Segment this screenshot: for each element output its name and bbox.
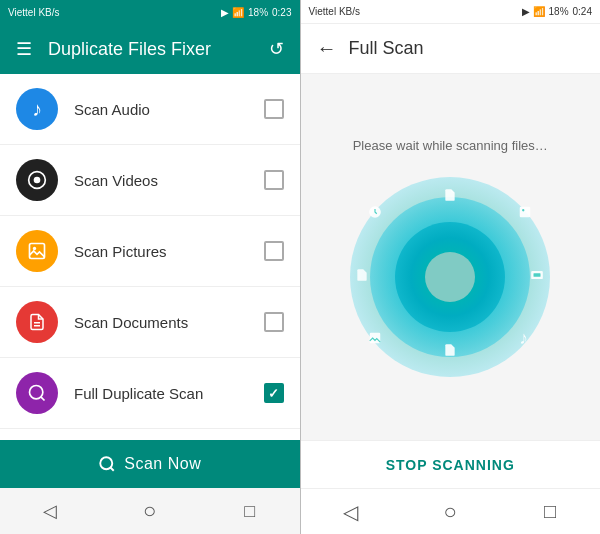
video-icon [16, 159, 58, 201]
carrier-left: Viettel KB/s [8, 7, 60, 18]
status-right-info: ▶ 📶 18% 0:23 [221, 7, 291, 18]
svg-rect-2 [30, 244, 45, 259]
battery-right: 18% [549, 6, 569, 17]
nav-back-left[interactable] [30, 491, 70, 531]
svg-point-3 [33, 247, 36, 250]
float-file-icon-1 [443, 187, 457, 207]
status-left-info: Viettel KB/s [8, 7, 60, 18]
full-scan-title: Full Scan [349, 38, 424, 59]
float-music-icon: ♪ [519, 328, 528, 349]
svg-rect-8 [520, 206, 531, 217]
refresh-icon[interactable]: ↺ [269, 38, 284, 60]
nav-bar-left [0, 488, 300, 534]
back-arrow-icon[interactable]: ← [317, 37, 337, 60]
left-panel: Viettel KB/s ▶ 📶 18% 0:23 ☰ Duplicate Fi… [0, 0, 300, 534]
svg-rect-11 [534, 273, 541, 277]
svg-point-9 [522, 209, 524, 211]
nav-back-right[interactable]: ◁ [330, 492, 370, 532]
scan-item-full[interactable]: Full Duplicate Scan [0, 358, 300, 429]
center-circle [425, 252, 475, 302]
app-header: ☰ Duplicate Files Fixer ↺ [0, 24, 300, 74]
nav-home-left[interactable] [130, 491, 170, 531]
pictures-icon [16, 230, 58, 272]
status-right-right: ▶ 📶 18% 0:24 [522, 6, 592, 17]
scan-videos-label: Scan Videos [74, 172, 264, 189]
svg-point-7 [101, 457, 113, 469]
search-icon [98, 455, 116, 473]
signal-left: ▶ 📶 [221, 7, 244, 18]
float-file-icon-5 [443, 342, 457, 362]
nav-home-right[interactable]: ○ [430, 492, 470, 532]
stop-scanning-button[interactable]: STOP SCANNING [301, 440, 601, 488]
app-title: Duplicate Files Fixer [48, 39, 253, 60]
float-image-icon [368, 331, 382, 349]
svg-point-6 [30, 386, 43, 399]
audio-checkbox[interactable] [264, 99, 284, 119]
scan-list: ♪ Scan Audio Scan Videos Sc [0, 74, 300, 440]
scan-header: ← Full Scan [301, 24, 601, 74]
signal-right: ▶ 📶 [522, 6, 545, 17]
scan-item-pictures[interactable]: Scan Pictures [0, 216, 300, 287]
status-bar-right: Viettel KB/s ▶ 📶 18% 0:24 [301, 0, 601, 24]
float-file-icon-3 [529, 268, 545, 286]
scan-item-documents[interactable]: Scan Documents [0, 287, 300, 358]
videos-checkbox[interactable] [264, 170, 284, 190]
documents-checkbox[interactable] [264, 312, 284, 332]
float-file-icon-7 [355, 267, 369, 287]
nav-recent-right[interactable]: □ [530, 492, 570, 532]
battery-left: 18% [248, 7, 268, 18]
svg-rect-12 [370, 332, 381, 343]
pictures-checkbox[interactable] [264, 241, 284, 261]
scan-documents-label: Scan Documents [74, 314, 264, 331]
scan-pictures-label: Scan Pictures [74, 243, 264, 260]
full-scan-checkbox[interactable] [264, 383, 284, 403]
scan-audio-label: Scan Audio [74, 101, 264, 118]
scan-status-text: Please wait while scanning files… [353, 138, 548, 153]
scan-item-videos[interactable]: Scan Videos [0, 145, 300, 216]
scan-now-label: Scan Now [124, 455, 201, 473]
carrier-right: Viettel KB/s [309, 6, 361, 17]
scan-item-audio[interactable]: ♪ Scan Audio [0, 74, 300, 145]
hamburger-icon[interactable]: ☰ [16, 38, 32, 60]
audio-icon: ♪ [16, 88, 58, 130]
nav-recent-left[interactable] [230, 491, 270, 531]
documents-icon [16, 301, 58, 343]
right-panel: Viettel KB/s ▶ 📶 18% 0:24 ← Full Scan Pl… [301, 0, 601, 534]
scan-animation: ♪ [350, 177, 550, 377]
time-left: 0:23 [272, 7, 291, 18]
nav-bar-right: ◁ ○ □ [301, 488, 601, 534]
float-file-icon-2 [518, 205, 532, 223]
scan-now-button[interactable]: Scan Now [0, 440, 300, 488]
float-doc-icon [368, 205, 382, 223]
svg-point-1 [34, 177, 41, 184]
scan-content: Please wait while scanning files… [301, 74, 601, 440]
status-bar-left: Viettel KB/s ▶ 📶 18% 0:23 [0, 0, 300, 24]
time-right: 0:24 [573, 6, 592, 17]
full-scan-label: Full Duplicate Scan [74, 385, 264, 402]
full-scan-icon [16, 372, 58, 414]
